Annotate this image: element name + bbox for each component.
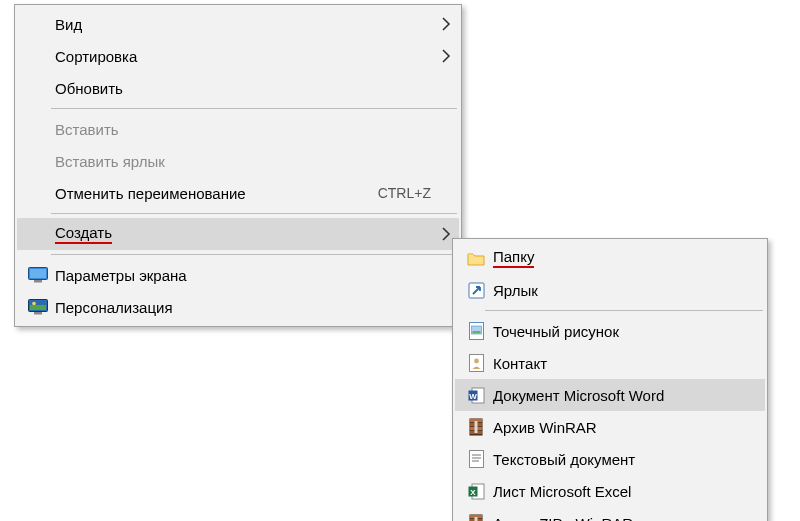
svg-rect-1	[30, 269, 46, 278]
menu-item-personalize[interactable]: Персонализация	[17, 291, 459, 323]
submenu-item-text-doc[interactable]: Текстовый документ	[455, 443, 765, 475]
svg-point-5	[32, 302, 36, 306]
submenu-item-excel[interactable]: X Лист Microsoft Excel	[455, 475, 765, 507]
menu-item-refresh[interactable]: Обновить	[17, 72, 459, 104]
svg-rect-34	[475, 517, 478, 521]
submenu-item-zip[interactable]: Архив ZIP - WinRAR	[455, 507, 765, 521]
svg-rect-21	[475, 421, 478, 433]
rar-icon	[463, 417, 489, 437]
contact-icon	[463, 353, 489, 373]
menu-label: Архив ZIP - WinRAR	[489, 515, 757, 522]
submenu-item-contact[interactable]: Контакт	[455, 347, 765, 379]
menu-label: Создать	[51, 224, 431, 244]
personalize-icon	[25, 297, 51, 317]
submenu-item-shortcut[interactable]: Ярлык	[455, 274, 765, 306]
menu-item-create[interactable]: Создать	[17, 218, 459, 250]
menu-label: Персонализация	[51, 299, 451, 316]
create-submenu: Папку Ярлык Точечный рисунок	[452, 238, 768, 521]
menu-label: Вставить	[51, 121, 451, 138]
display-settings-icon	[25, 265, 51, 285]
svg-rect-10	[472, 331, 480, 334]
submenu-item-bitmap[interactable]: Точечный рисунок	[455, 315, 765, 347]
menu-label: Текстовый документ	[489, 451, 757, 468]
menu-label: Сортировка	[51, 48, 431, 65]
menu-shortcut: CTRL+Z	[378, 185, 451, 201]
folder-icon	[463, 248, 489, 268]
menu-label: Контакт	[489, 355, 757, 372]
word-icon: W	[463, 385, 489, 405]
text-file-icon	[463, 449, 489, 469]
menu-label: Параметры экрана	[51, 267, 451, 284]
submenu-arrow-icon	[431, 227, 451, 241]
blank-icon	[25, 183, 51, 203]
menu-item-display-settings[interactable]: Параметры экрана	[17, 259, 459, 291]
submenu-item-folder[interactable]: Папку	[455, 242, 765, 274]
blank-icon	[25, 46, 51, 66]
submenu-arrow-icon	[431, 49, 451, 63]
menu-label: Отменить переименование	[51, 185, 378, 202]
menu-separator	[51, 213, 457, 214]
desktop-context-menu: Вид Сортировка Обновить Вставить Вставит…	[14, 4, 462, 327]
menu-label: Документ Microsoft Word	[489, 387, 757, 404]
submenu-item-rar[interactable]: Архив WinRAR	[455, 411, 765, 443]
svg-rect-2	[34, 280, 42, 283]
menu-separator	[485, 310, 763, 311]
menu-item-undo-rename[interactable]: Отменить переименование CTRL+Z	[17, 177, 459, 209]
menu-label: Архив WinRAR	[489, 419, 757, 436]
menu-label: Вид	[51, 16, 431, 33]
menu-item-paste-shortcut: Вставить ярлык	[17, 145, 459, 177]
menu-label: Ярлык	[489, 282, 757, 299]
menu-separator	[51, 254, 457, 255]
menu-label: Лист Microsoft Excel	[489, 483, 757, 500]
menu-label: Точечный рисунок	[489, 323, 757, 340]
shortcut-icon	[463, 280, 489, 300]
blank-icon	[25, 224, 51, 244]
zip-icon	[463, 513, 489, 521]
menu-label: Папку	[489, 248, 757, 268]
svg-point-12	[474, 359, 479, 364]
submenu-item-word-doc[interactable]: W Документ Microsoft Word	[455, 379, 765, 411]
blank-icon	[25, 119, 51, 139]
blank-icon	[25, 78, 51, 98]
menu-label: Обновить	[51, 80, 451, 97]
menu-item-paste: Вставить	[17, 113, 459, 145]
svg-rect-4	[30, 305, 46, 310]
bitmap-icon	[463, 321, 489, 341]
menu-item-sort[interactable]: Сортировка	[17, 40, 459, 72]
svg-text:X: X	[470, 487, 476, 496]
svg-text:W: W	[469, 391, 477, 400]
menu-label: Вставить ярлык	[51, 153, 451, 170]
menu-item-view[interactable]: Вид	[17, 8, 459, 40]
blank-icon	[25, 151, 51, 171]
submenu-arrow-icon	[431, 17, 451, 31]
menu-separator	[51, 108, 457, 109]
svg-rect-6	[34, 312, 42, 315]
excel-icon: X	[463, 481, 489, 501]
svg-rect-22	[469, 451, 483, 468]
blank-icon	[25, 14, 51, 34]
